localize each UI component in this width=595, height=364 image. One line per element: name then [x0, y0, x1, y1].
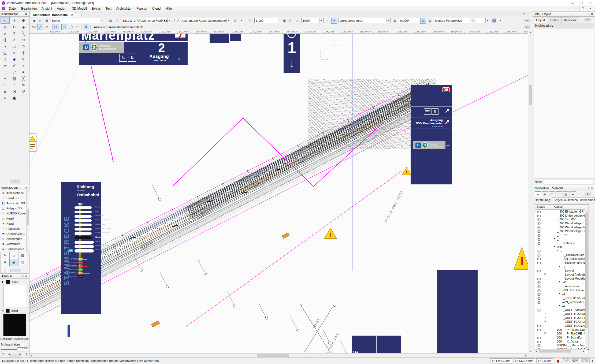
saved-views-combo[interactable]: Keine▼ [51, 18, 104, 23]
menu-ansicht[interactable]: Ansicht [39, 6, 54, 11]
hatch-tool[interactable]: ≋ [19, 81, 28, 88]
fillet-tool[interactable]: ◜ [1, 81, 10, 88]
werkzeug-item[interactable]: ◧Ausrichten 3D [0, 200, 29, 206]
locus-tool[interactable]: ┿ [19, 49, 28, 56]
single-select-icon[interactable]: ╱ [37, 24, 43, 30]
tape-measure-tool[interactable]: ⌀ [1, 88, 10, 94]
line-tool[interactable]: ╲ [19, 30, 28, 36]
collapse-chevron-icon[interactable]: ▼ [10, 354, 20, 357]
move-page-tool[interactable]: ⧉ [1, 24, 10, 30]
visibility-eye-icon[interactable] [537, 297, 541, 300]
tab-stub[interactable] [73, 13, 81, 17]
werkzeug-item[interactable]: ⬒Drücken/Zie... [0, 231, 29, 236]
werkzeug-item[interactable]: ◗Halbkugel [0, 226, 29, 231]
class-row[interactable]: 000___P_Schraffur [535, 336, 589, 340]
status-overflow-icon[interactable]: ▶ [592, 360, 594, 362]
visibility-eye-icon[interactable] [537, 293, 541, 296]
class-row[interactable]: _Texte Bemaßung [535, 296, 589, 300]
polygon-marquee-icon[interactable]: ⬠ [74, 24, 80, 30]
hidden-x-icon[interactable]: ✕ [544, 312, 546, 315]
visibility-eye-icon[interactable] [537, 309, 541, 311]
visibility-eye-icon[interactable] [537, 289, 541, 292]
class-row[interactable]: ✕_Layout Attribute [535, 273, 589, 277]
klasse-column-header[interactable]: Klasse [551, 205, 563, 209]
tab-objekt[interactable]: Objekt [534, 17, 547, 23]
collapse-chevron-icon[interactable]: ▼ [10, 180, 20, 183]
pen-tool[interactable]: ✒ [19, 69, 28, 75]
werkzeug-item[interactable]: ◆Verformen [0, 241, 29, 246]
working-plane-icon[interactable] [173, 18, 179, 24]
category-rendering[interactable]: ◎ [18, 259, 27, 266]
visibility-eye-icon[interactable] [537, 211, 541, 213]
alert-bell-icon[interactable] [557, 360, 559, 362]
werkzeug-item[interactable]: △Kegel [0, 216, 29, 221]
class-row[interactable]: _XREF TGA SAA [535, 324, 589, 328]
visibility-eye-icon[interactable] [537, 230, 541, 233]
pen-preview[interactable] [3, 314, 26, 336]
drawing-canvas[interactable]: ➤➤➤➤➤BLOCK 4W2 WESTBLOCK 4W3WEST· · · · … [29, 34, 528, 353]
fit-objects-icon[interactable]: ◱ [288, 18, 294, 24]
hidden-x-icon[interactable]: ✕ [544, 320, 546, 323]
fit-page-icon[interactable]: ▣ [281, 18, 287, 24]
category-2d-tools[interactable]: ✎ [1, 252, 9, 259]
werkzeug-item[interactable]: ◈Arbeitsebene... [0, 190, 29, 195]
class-row[interactable]: ✕_XREF TGA BMA [535, 312, 589, 316]
tab-list-chevron-icon[interactable]: ▼ [523, 12, 525, 15]
class-row[interactable]: _Layout Modellbereichs [535, 277, 589, 281]
solid-tool[interactable]: ◆ [10, 56, 19, 62]
class-row[interactable]: ▼--X [535, 304, 589, 308]
canvas-horizontal-scrollbar[interactable]: ◀ ▶ [29, 353, 528, 358]
class-row[interactable]: 000___X_Achsen [535, 340, 589, 344]
rotate-tool[interactable]: ↺ [19, 88, 28, 94]
category-3d-modeling[interactable]: ◆ [9, 259, 18, 266]
visibility-eye-icon[interactable] [537, 258, 541, 260]
menu-extras[interactable]: Extras [89, 6, 103, 11]
fill-color-swatch[interactable] [6, 280, 10, 284]
hidden-x-icon[interactable]: ✕ [544, 316, 546, 319]
class-row[interactable]: ▼--R [535, 280, 589, 284]
chamfer-tool[interactable]: ◝ [10, 81, 19, 88]
zoom-icon[interactable]: ⌕ [294, 18, 300, 24]
mirror-tool[interactable]: ⋈ [10, 88, 19, 94]
zoom-combo[interactable]: 100%▼ [301, 18, 324, 23]
werkzeug-item[interactable]: ◺Polygon 3D [0, 206, 29, 211]
fill-style-value[interactable]: Solid [12, 280, 18, 283]
category-furnishing[interactable]: ▦ [18, 252, 27, 259]
eraser-tool[interactable]: ▨ [10, 75, 19, 81]
werkzeuggruppen-palette-header[interactable]: Werkzeuggr... ✕ [0, 185, 29, 190]
double-line-tool[interactable]: ∥ [1, 36, 10, 43]
tabs-overflow-icon[interactable]: ▶ [584, 18, 591, 21]
category-building[interactable]: ⌂ [9, 252, 18, 259]
menu-architektur[interactable]: Architektur [114, 6, 134, 11]
close-icon[interactable]: ✕ [590, 13, 594, 16]
class-row[interactable]: ▼_ P [535, 237, 589, 241]
visibility-eye-icon[interactable] [537, 234, 541, 237]
back-button[interactable]: ◀ [31, 18, 37, 24]
visibility-eye-icon[interactable] [537, 301, 541, 304]
multi-view-icon[interactable]: ⧉ [427, 18, 433, 24]
menu-ndern[interactable]: Ändern [54, 6, 70, 11]
connect-tool[interactable]: ∾ [1, 94, 10, 101]
plane-combo[interactable]: Ausrichtung Konstruktionsebene▼ [180, 18, 231, 23]
layer-combo[interactable]: 181211 UPVA München MMP BST ...▼ [121, 18, 172, 23]
compass-icon[interactable]: ✦ [331, 18, 337, 24]
help-icon[interactable]: ? [587, 186, 590, 189]
visibility-eye-icon[interactable] [537, 215, 541, 217]
category-landscape[interactable]: ❖ [1, 259, 9, 266]
schlagschatten-checkbox[interactable] [21, 343, 24, 346]
category-structural[interactable]: ⌶ [1, 266, 9, 273]
class-row[interactable]: --AN_Ansichtslinien Neubau [535, 257, 589, 261]
class-row[interactable]: ▼-- [535, 249, 589, 253]
tab-daten[interactable]: Daten [548, 17, 561, 23]
visibility-eye-icon[interactable] [537, 226, 541, 229]
layers-tab-icon[interactable]: ▤ [542, 191, 548, 197]
visibility-eye-icon[interactable] [537, 341, 541, 343]
ellipse-tool[interactable]: ⬭ [19, 36, 28, 43]
render-style-combo[interactable]: ▼ [476, 18, 490, 23]
chevron-down-icon[interactable]: ▼ [168, 18, 172, 23]
konstruktion-palette-header[interactable]: Konstruktion ✕ [0, 11, 29, 17]
class-row[interactable]: --Hilfslinien und Notizen int [535, 261, 589, 265]
close-button[interactable]: ✕ [586, 0, 595, 6]
saved-views-icon[interactable]: ≣ [44, 18, 50, 24]
references-tab-icon[interactable]: ↩ [570, 191, 576, 197]
